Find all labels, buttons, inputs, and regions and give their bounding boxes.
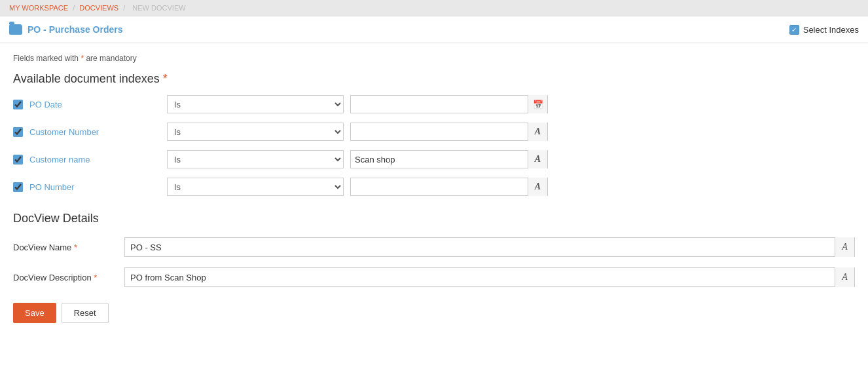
docview-name-row: DocView Name * A: [13, 237, 855, 257]
index-value-wrap-po-date: 📅: [350, 95, 548, 113]
index-value-btn-po-number[interactable]: A: [528, 178, 547, 196]
docview-name-text-button[interactable]: A: [835, 237, 854, 257]
select-indexes-checkbox[interactable]: ✓: [789, 25, 799, 35]
button-row: Save Reset: [13, 303, 855, 323]
section-title-text: Available document indexes: [13, 72, 163, 85]
index-row-po-number: PO NumberIsIs NotContainsStarts WithEnds…: [13, 178, 855, 196]
breadcrumb-my-workspace[interactable]: MY WORKSPACE: [9, 4, 68, 12]
index-operator-customer-name[interactable]: IsIs NotContainsStarts WithEnds With: [167, 150, 344, 168]
index-label-customer-name: Customer name: [29, 155, 160, 165]
section-star: *: [163, 72, 168, 85]
docview-name-input-wrap: A: [124, 237, 855, 257]
index-row-po-date: PO DateIsIs NotContainsStarts WithEnds W…: [13, 95, 855, 113]
index-checkbox-po-number[interactable]: [13, 182, 23, 192]
docview-desc-input[interactable]: [125, 268, 835, 286]
index-value-btn-po-date[interactable]: 📅: [528, 95, 547, 113]
index-label-po-date: PO Date: [29, 100, 160, 109]
index-value-wrap-customer-number: A: [350, 123, 548, 141]
docview-section-title: DocView Details: [13, 212, 855, 225]
index-value-wrap-customer-name: A: [350, 150, 548, 168]
header-select-indexes[interactable]: ✓ Select Indexes: [789, 25, 859, 35]
docview-desc-row: DocView Description * A: [13, 267, 855, 287]
index-label-po-number: PO Number: [29, 182, 160, 192]
text-icon: A: [535, 182, 541, 192]
index-checkbox-customer-number[interactable]: [13, 127, 23, 137]
index-operator-po-number[interactable]: IsIs NotContainsStarts WithEnds With: [167, 178, 344, 196]
index-value-input-po-number[interactable]: [351, 178, 528, 195]
index-value-wrap-po-number: A: [350, 178, 548, 196]
text-icon: A: [535, 126, 541, 137]
docview-section: DocView Details DocView Name * A DocView…: [13, 212, 855, 287]
mandatory-note: Fields marked with * are mandatory: [13, 54, 855, 63]
select-indexes-label: Select Indexes: [803, 25, 859, 35]
index-checkbox-customer-name[interactable]: [13, 155, 23, 165]
docview-desc-text-button[interactable]: A: [835, 267, 854, 287]
header-folder: PO - Purchase Orders: [9, 24, 123, 35]
index-rows-container: PO DateIsIs NotContainsStarts WithEnds W…: [13, 95, 855, 196]
docview-desc-label: DocView Description *: [13, 273, 118, 282]
index-operator-customer-number[interactable]: IsIs NotContainsStarts WithEnds With: [167, 123, 344, 141]
calendar-icon: 📅: [533, 100, 543, 109]
docview-desc-input-wrap: A: [124, 267, 855, 287]
header-folder-label: PO - Purchase Orders: [27, 24, 123, 35]
breadcrumb: MY WORKSPACE / DOCVIEWS / NEW DOCVIEW: [0, 0, 868, 16]
text-icon: A: [535, 154, 541, 165]
main-content: Fields marked with * are mandatory Avail…: [0, 43, 868, 388]
docview-name-input[interactable]: [125, 238, 835, 256]
reset-button[interactable]: Reset: [62, 303, 109, 323]
breadcrumb-docviews[interactable]: DOCVIEWS: [79, 4, 118, 12]
index-value-input-customer-name[interactable]: [351, 151, 528, 168]
index-value-input-po-date[interactable]: [351, 96, 528, 113]
index-value-btn-customer-number[interactable]: A: [528, 123, 547, 141]
breadcrumb-sep-2: /: [123, 4, 127, 12]
save-button[interactable]: Save: [13, 303, 56, 323]
index-operator-po-date[interactable]: IsIs NotContainsStarts WithEnds With: [167, 95, 344, 113]
section-title: Available document indexes *: [13, 72, 855, 86]
index-row-customer-name: Customer nameIsIs NotContainsStarts With…: [13, 150, 855, 168]
folder-icon: [9, 24, 22, 35]
mandatory-text-prefix: Fields marked with: [13, 54, 81, 63]
index-row-customer-number: Customer NumberIsIs NotContainsStarts Wi…: [13, 123, 855, 141]
mandatory-text-suffix: are mandatory: [84, 54, 137, 63]
breadcrumb-sep-1: /: [73, 4, 77, 12]
breadcrumb-current: NEW DOCVIEW: [132, 4, 185, 12]
docview-name-label: DocView Name *: [13, 242, 118, 252]
index-value-btn-customer-name[interactable]: A: [528, 150, 547, 168]
header-bar: PO - Purchase Orders ✓ Select Indexes: [0, 16, 868, 43]
index-label-customer-number: Customer Number: [29, 127, 160, 137]
index-value-input-customer-number[interactable]: [351, 123, 528, 140]
index-checkbox-po-date[interactable]: [13, 100, 23, 109]
